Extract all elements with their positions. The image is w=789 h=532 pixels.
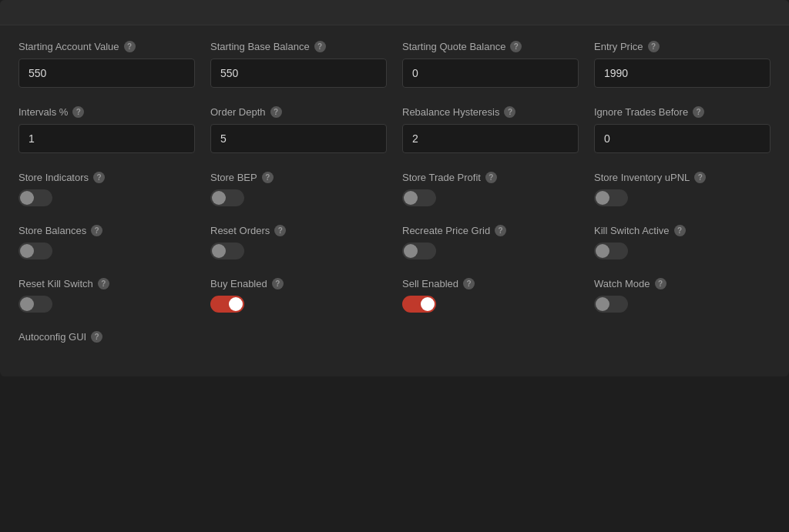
field-group-ignore-trades-before: Ignore Trades Before? bbox=[594, 106, 771, 153]
label-text-watch-mode: Watch Mode bbox=[594, 278, 650, 289]
toggle-group-recreate-price-grid: Recreate Price Grid? bbox=[402, 225, 579, 259]
label-text-intervals-pct: Intervals % bbox=[18, 106, 68, 118]
label-rebalance-hysteresis: Rebalance Hysteresis? bbox=[402, 106, 579, 118]
label-text-ignore-trades-before: Ignore Trades Before bbox=[594, 106, 688, 118]
toggle-watch-mode[interactable] bbox=[594, 296, 771, 313]
label-store-balances: Store Balances? bbox=[18, 225, 195, 236]
toggle-group-sell-enabled: Sell Enabled? bbox=[402, 278, 579, 313]
help-icon[interactable]: ? bbox=[510, 41, 522, 52]
field-group-starting-quote-balance: Starting Quote Balance? bbox=[402, 41, 579, 88]
help-icon[interactable]: ? bbox=[274, 225, 286, 236]
label-starting-base-balance: Starting Base Balance? bbox=[210, 41, 387, 52]
toggle-buy-enabled[interactable] bbox=[210, 296, 387, 313]
toggle-group-store-indicators: Store Indicators? bbox=[18, 172, 195, 206]
help-icon[interactable]: ? bbox=[693, 106, 704, 118]
toggle-store-inventory-upnl[interactable] bbox=[594, 189, 771, 206]
label-text-recreate-price-grid: Recreate Price Grid bbox=[402, 225, 490, 236]
field-group-intervals-pct: Intervals %? bbox=[18, 106, 195, 153]
input-starting-quote-balance[interactable] bbox=[402, 59, 579, 88]
help-icon[interactable]: ? bbox=[694, 172, 706, 183]
label-store-inventory-upnl: Store Inventory uPNL? bbox=[594, 172, 771, 183]
toggle-kill-switch-active[interactable] bbox=[594, 243, 771, 259]
help-icon[interactable]: ? bbox=[270, 106, 282, 118]
toggle-reset-kill-switch[interactable] bbox=[18, 296, 195, 313]
input-starting-base-balance[interactable] bbox=[210, 59, 387, 88]
help-icon[interactable]: ? bbox=[91, 225, 102, 236]
label-text-kill-switch-active: Kill Switch Active bbox=[594, 225, 670, 236]
help-icon[interactable]: ? bbox=[648, 41, 660, 52]
input-rebalance-hysteresis[interactable] bbox=[402, 124, 579, 153]
help-icon[interactable]: ? bbox=[674, 225, 686, 236]
field-group-entry-price: Entry Price? bbox=[594, 41, 771, 88]
help-icon[interactable]: ? bbox=[655, 278, 666, 289]
row-toggles-3: Reset Kill Switch?Buy Enabled?Sell Enabl… bbox=[18, 278, 771, 313]
toggle-store-balances[interactable] bbox=[18, 243, 195, 259]
toggle-group-reset-orders: Reset Orders? bbox=[210, 225, 387, 259]
toggle-store-indicators[interactable] bbox=[18, 189, 195, 206]
advanced-panel: Starting Account Value?Starting Base Bal… bbox=[0, 0, 789, 376]
label-text-autoconfig-gui: Autoconfig GUI bbox=[18, 331, 86, 343]
toggle-reset-orders[interactable] bbox=[210, 243, 387, 259]
label-entry-price: Entry Price? bbox=[594, 41, 771, 52]
toggle-group-store-bep: Store BEP? bbox=[210, 172, 387, 206]
field-group-starting-account-value: Starting Account Value? bbox=[18, 41, 195, 88]
label-text-store-balances: Store Balances bbox=[18, 225, 86, 236]
help-icon[interactable]: ? bbox=[495, 225, 506, 236]
toggle-group-store-trade-profit: Store Trade Profit? bbox=[402, 172, 579, 206]
input-ignore-trades-before[interactable] bbox=[594, 124, 771, 153]
toggle-recreate-price-grid[interactable] bbox=[402, 243, 579, 259]
label-text-starting-account-value: Starting Account Value bbox=[18, 41, 119, 52]
label-starting-quote-balance: Starting Quote Balance? bbox=[402, 41, 579, 52]
label-kill-switch-active: Kill Switch Active? bbox=[594, 225, 771, 236]
label-store-bep: Store BEP? bbox=[210, 172, 387, 183]
label-text-sell-enabled: Sell Enabled bbox=[402, 278, 458, 289]
input-starting-account-value[interactable] bbox=[18, 59, 195, 88]
field-group-autoconfig-gui: Autoconfig GUI? bbox=[18, 331, 195, 343]
help-icon[interactable]: ? bbox=[272, 278, 284, 289]
label-ignore-trades-before: Ignore Trades Before? bbox=[594, 106, 771, 118]
label-order-depth: Order Depth? bbox=[210, 106, 387, 118]
label-recreate-price-grid: Recreate Price Grid? bbox=[402, 225, 579, 236]
help-icon[interactable]: ? bbox=[72, 106, 84, 118]
panel-header bbox=[0, 0, 789, 25]
toggle-group-store-balances: Store Balances? bbox=[18, 225, 195, 259]
label-text-reset-orders: Reset Orders bbox=[210, 225, 270, 236]
help-icon[interactable]: ? bbox=[98, 278, 109, 289]
toggle-sell-enabled[interactable] bbox=[402, 296, 579, 313]
row-toggles-1: Store Indicators?Store BEP?Store Trade P… bbox=[18, 172, 771, 206]
label-text-store-indicators: Store Indicators bbox=[18, 172, 89, 183]
row-last: Autoconfig GUI? bbox=[18, 331, 771, 343]
help-icon[interactable]: ? bbox=[124, 41, 136, 52]
toggle-store-bep[interactable] bbox=[210, 189, 387, 206]
field-group-order-depth: Order Depth? bbox=[210, 106, 387, 153]
help-icon[interactable]: ? bbox=[485, 172, 497, 183]
label-text-starting-quote-balance: Starting Quote Balance bbox=[402, 41, 505, 52]
row-inputs-2: Intervals %?Order Depth?Rebalance Hyster… bbox=[18, 106, 771, 153]
toggle-store-trade-profit[interactable] bbox=[402, 189, 579, 206]
input-intervals-pct[interactable] bbox=[18, 124, 195, 153]
label-text-store-inventory-upnl: Store Inventory uPNL bbox=[594, 172, 690, 183]
help-icon[interactable]: ? bbox=[262, 172, 274, 183]
panel-body: Starting Account Value?Starting Base Bal… bbox=[0, 25, 789, 376]
toggle-group-reset-kill-switch: Reset Kill Switch? bbox=[18, 278, 195, 313]
label-store-trade-profit: Store Trade Profit? bbox=[402, 172, 579, 183]
help-icon[interactable]: ? bbox=[314, 41, 326, 52]
label-buy-enabled: Buy Enabled? bbox=[210, 278, 387, 289]
label-reset-kill-switch: Reset Kill Switch? bbox=[18, 278, 195, 289]
input-order-depth[interactable] bbox=[210, 124, 387, 153]
label-reset-orders: Reset Orders? bbox=[210, 225, 387, 236]
toggle-group-kill-switch-active: Kill Switch Active? bbox=[594, 225, 771, 259]
label-text-rebalance-hysteresis: Rebalance Hysteresis bbox=[402, 106, 499, 118]
help-icon[interactable]: ? bbox=[463, 278, 475, 289]
label-text-starting-base-balance: Starting Base Balance bbox=[210, 41, 310, 52]
input-entry-price[interactable] bbox=[594, 59, 771, 88]
label-text-buy-enabled: Buy Enabled bbox=[210, 278, 267, 289]
label-starting-account-value: Starting Account Value? bbox=[18, 41, 195, 52]
label-text-order-depth: Order Depth bbox=[210, 106, 266, 118]
toggle-group-store-inventory-upnl: Store Inventory uPNL? bbox=[594, 172, 771, 206]
help-icon[interactable]: ? bbox=[504, 106, 515, 118]
label-text-store-trade-profit: Store Trade Profit bbox=[402, 172, 481, 183]
help-icon[interactable]: ? bbox=[93, 172, 105, 183]
row-toggles-2: Store Balances?Reset Orders?Recreate Pri… bbox=[18, 225, 771, 259]
help-icon[interactable]: ? bbox=[91, 331, 102, 343]
